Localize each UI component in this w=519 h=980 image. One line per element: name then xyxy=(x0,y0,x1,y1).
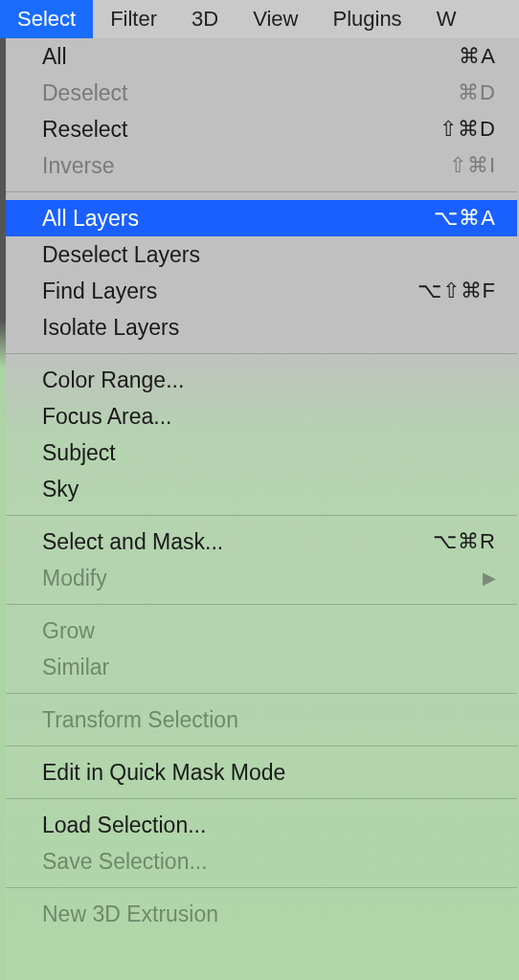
menu-label: Similar xyxy=(42,655,496,680)
menubar-item-partial[interactable]: W xyxy=(419,0,457,38)
menu-label: Load Selection... xyxy=(42,813,496,838)
menu-item-transform-selection: Transform Selection xyxy=(6,702,517,738)
menu-label: All xyxy=(42,44,459,70)
menu-item-reselect[interactable]: Reselect ⇧⌘D xyxy=(6,111,517,147)
menu-shortcut: ⌥⌘R xyxy=(433,529,496,554)
menu-label: Save Selection... xyxy=(42,849,496,875)
menu-item-focus-area[interactable]: Focus Area... xyxy=(6,398,517,434)
menu-item-all-layers[interactable]: All Layers ⌥⌘A xyxy=(6,200,517,236)
menu-shortcut: ⇧⌘I xyxy=(449,153,496,178)
menu-item-inverse: Inverse ⇧⌘I xyxy=(6,147,517,184)
menu-item-deselect: Deselect ⌘D xyxy=(6,75,517,111)
menu-item-select-and-mask[interactable]: Select and Mask... ⌥⌘R xyxy=(6,523,517,560)
menu-label: All Layers xyxy=(42,206,434,232)
menu-item-sky[interactable]: Sky xyxy=(6,471,517,507)
menu-item-isolate-layers[interactable]: Isolate Layers xyxy=(6,309,517,345)
menu-item-color-range[interactable]: Color Range... xyxy=(6,362,517,398)
menu-separator xyxy=(6,887,517,888)
menu-shortcut: ⌘A xyxy=(459,44,496,69)
menu-item-new-3d-extrusion: New 3D Extrusion xyxy=(6,896,517,932)
menu-label: Edit in Quick Mask Mode xyxy=(42,760,496,786)
menu-separator xyxy=(6,353,517,354)
menu-item-subject[interactable]: Subject xyxy=(6,434,517,471)
menubar-item-select[interactable]: Select xyxy=(0,0,93,38)
menu-label: Modify xyxy=(42,566,483,591)
menu-item-grow: Grow xyxy=(6,612,517,649)
submenu-arrow-icon: ▶ xyxy=(483,568,496,589)
menu-item-quick-mask[interactable]: Edit in Quick Mask Mode xyxy=(6,754,517,791)
menubar-item-plugins[interactable]: Plugins xyxy=(315,0,418,38)
menu-separator xyxy=(6,191,517,192)
menu-item-save-selection: Save Selection... xyxy=(6,843,517,880)
menu-label: Isolate Layers xyxy=(42,315,496,341)
menu-item-load-selection[interactable]: Load Selection... xyxy=(6,807,517,843)
menu-shortcut: ⌘D xyxy=(458,80,496,105)
menu-label: Transform Selection xyxy=(42,707,496,733)
menu-item-all[interactable]: All ⌘A xyxy=(6,38,517,75)
menu-label: Focus Area... xyxy=(42,404,496,430)
menu-label: Reselect xyxy=(42,117,440,143)
menu-label: Sky xyxy=(42,477,496,502)
menu-item-modify: Modify ▶ xyxy=(6,560,517,596)
menubar-item-filter[interactable]: Filter xyxy=(93,0,174,38)
menubar-item-view[interactable]: View xyxy=(236,0,315,38)
menu-separator xyxy=(6,693,517,694)
menu-shortcut: ⇧⌘D xyxy=(440,117,496,142)
menu-separator xyxy=(6,604,517,605)
menu-label: New 3D Extrusion xyxy=(42,902,496,927)
select-dropdown: All ⌘A Deselect ⌘D Reselect ⇧⌘D Inverse … xyxy=(6,38,517,940)
menu-separator xyxy=(6,515,517,516)
menu-label: Inverse xyxy=(42,153,449,179)
menu-shortcut: ⌥⌘A xyxy=(434,206,496,231)
menu-label: Grow xyxy=(42,618,496,644)
menu-label: Find Layers xyxy=(42,278,417,304)
menu-item-find-layers[interactable]: Find Layers ⌥⇧⌘F xyxy=(6,273,517,309)
menu-separator xyxy=(6,746,517,746)
menu-label: Subject xyxy=(42,440,496,466)
menu-label: Deselect xyxy=(42,80,458,106)
menu-label: Color Range... xyxy=(42,368,496,393)
menu-label: Select and Mask... xyxy=(42,529,433,555)
menubar: Select Filter 3D View Plugins W xyxy=(0,0,519,38)
menubar-item-3d[interactable]: 3D xyxy=(174,0,236,38)
menu-shortcut: ⌥⇧⌘F xyxy=(417,278,496,303)
menu-item-similar: Similar xyxy=(6,649,517,685)
menu-separator xyxy=(6,798,517,799)
menu-label: Deselect Layers xyxy=(42,242,496,268)
menu-item-deselect-layers[interactable]: Deselect Layers xyxy=(6,236,517,273)
